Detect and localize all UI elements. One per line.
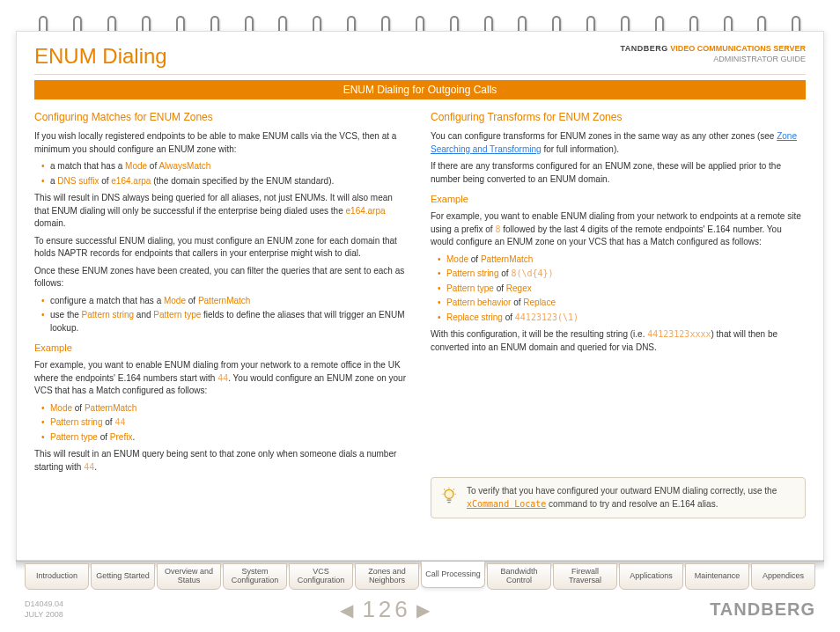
tab-introduction[interactable]: Introduction	[25, 563, 89, 590]
xcommand-link[interactable]: xCommand Locate	[467, 499, 546, 509]
tab-firewall-traversal[interactable]: Firewall Traversal	[553, 563, 617, 590]
tab-call-processing[interactable]: Call Processing	[421, 562, 485, 588]
tip-box: To verify that you have configured your …	[431, 477, 806, 518]
left-heading: Configuring Matches for ENUM Zones	[34, 110, 409, 125]
next-page-icon[interactable]: ▶	[416, 599, 433, 621]
svg-point-0	[445, 490, 453, 499]
footer-logo: TANDBERG	[710, 599, 815, 620]
list-item: a match that has a Mode of AlwaysMatch	[43, 160, 409, 173]
pager: ◀ 126 ▶	[340, 596, 432, 623]
right-column: Configuring Transforms for ENUM Zones Yo…	[431, 110, 806, 518]
page-number: 126	[362, 596, 410, 623]
tab-vcs-configuration[interactable]: VCS Configuration	[289, 563, 353, 590]
brand-block: TANDBERG VIDEO COMMUNICATIONS SERVER ADM…	[620, 44, 806, 64]
tab-zones-and-neighbors[interactable]: Zones and Neighbors	[355, 563, 419, 590]
list-item: a DNS suffix of e164.arpa (the domain sp…	[43, 175, 409, 188]
tab-getting-started[interactable]: Getting Started	[91, 563, 155, 590]
page-title: ENUM Dialing	[34, 44, 167, 69]
section-bar: ENUM Dialing for Outgoing Calls	[34, 80, 806, 99]
page-content: ENUM Dialing TANDBERG VIDEO COMMUNICATIO…	[16, 31, 824, 562]
tab-overview-and-status[interactable]: Overview and Status	[157, 563, 221, 590]
example-heading: Example	[34, 342, 409, 356]
doc-info: D14049.04 JULY 2008	[25, 599, 63, 620]
lightbulb-icon	[440, 485, 458, 506]
list-item: use the Pattern string and Pattern type …	[43, 309, 409, 334]
tab-appendices[interactable]: Appendices	[751, 563, 815, 590]
prev-page-icon[interactable]: ◀	[340, 599, 357, 621]
spiral-binding	[0, 0, 840, 35]
tab-maintenance[interactable]: Maintenance	[685, 563, 749, 590]
tab-system-configuration[interactable]: System Configuration	[223, 563, 287, 590]
tab-bandwidth-control[interactable]: Bandwidth Control	[487, 563, 551, 590]
chapter-tabs: IntroductionGetting StartedOverview and …	[25, 563, 815, 590]
tab-applications[interactable]: Applications	[619, 563, 683, 590]
list-item: configure a match that has a Mode of Pat…	[43, 295, 409, 308]
example-heading: Example	[431, 193, 806, 207]
left-column: Configuring Matches for ENUM Zones If yo…	[34, 110, 409, 518]
right-heading: Configuring Transforms for ENUM Zones	[431, 110, 806, 125]
